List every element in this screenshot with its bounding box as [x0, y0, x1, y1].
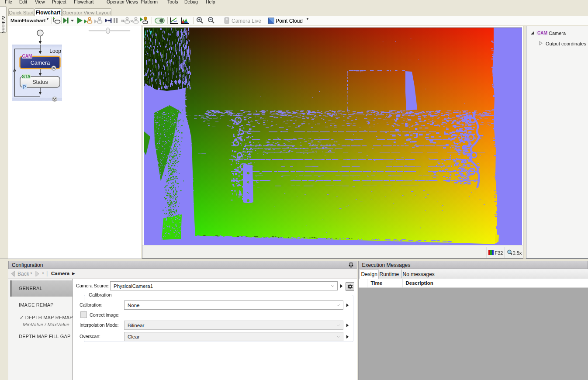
svg-text:Status: Status [32, 79, 48, 85]
svg-text:CAM: CAM [22, 54, 32, 59]
svg-text:STA: STA [22, 74, 30, 79]
svg-text:Camera: Camera [31, 60, 50, 66]
svg-text:P: P [23, 84, 26, 90]
svg-text:Y: Y [149, 30, 152, 36]
svg-text:Loop: Loop [49, 48, 61, 54]
